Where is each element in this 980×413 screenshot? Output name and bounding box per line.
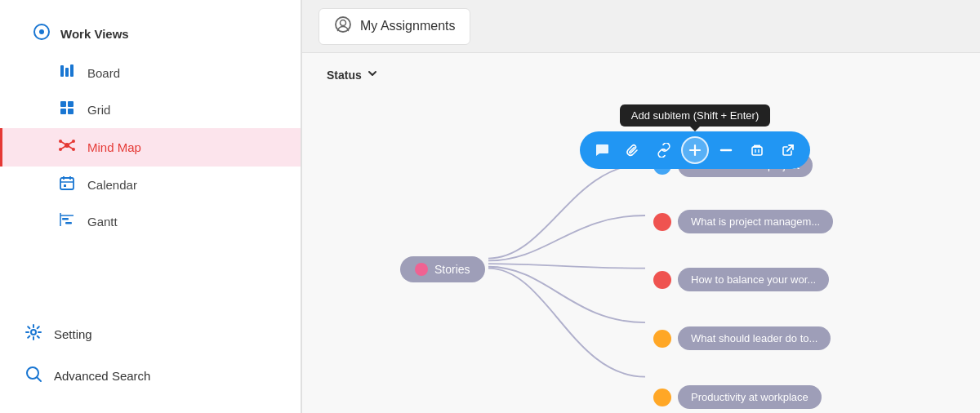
svg-rect-8 bbox=[68, 109, 74, 114]
delete-button[interactable] bbox=[743, 136, 771, 164]
calendar-icon bbox=[58, 175, 76, 195]
sidebar-bottom: Setting Advanced Search bbox=[0, 313, 301, 413]
branch-dot-2 bbox=[653, 271, 671, 289]
attachment-button[interactable] bbox=[619, 136, 647, 164]
svg-rect-7 bbox=[60, 109, 66, 114]
branch-node-3[interactable]: What should leader do to... bbox=[653, 326, 831, 350]
svg-rect-2 bbox=[60, 65, 64, 77]
stories-node[interactable]: Stories bbox=[400, 256, 485, 282]
status-button[interactable]: Status bbox=[318, 63, 386, 87]
my-assignments-label: My Assignments bbox=[360, 19, 455, 33]
header: My Assignments bbox=[302, 0, 980, 53]
svg-rect-4 bbox=[70, 64, 74, 77]
sidebar-item-mind-map[interactable]: Mind Map bbox=[0, 128, 301, 167]
svg-rect-25 bbox=[65, 222, 72, 224]
sidebar: Work Views Board bbox=[0, 0, 302, 413]
svg-rect-18 bbox=[60, 178, 74, 189]
action-buttons-bar bbox=[580, 131, 810, 169]
branch-pill-3[interactable]: What should leader do to... bbox=[678, 326, 831, 350]
gantt-icon bbox=[58, 211, 76, 232]
main-content: My Assignments Status Add subitem (Shift… bbox=[302, 0, 980, 413]
svg-line-42 bbox=[787, 145, 793, 151]
center-node[interactable]: Stories bbox=[400, 256, 485, 282]
setting-icon bbox=[24, 323, 42, 345]
svg-rect-22 bbox=[64, 184, 66, 187]
link-button[interactable] bbox=[650, 136, 678, 164]
my-assignments-tab[interactable]: My Assignments bbox=[318, 8, 470, 45]
toolbar-area: Status bbox=[302, 53, 980, 96]
branch-pill-4[interactable]: Productivity at workplace bbox=[678, 385, 822, 409]
branch-dot-4 bbox=[653, 389, 671, 406]
branch-pill-2[interactable]: How to balance your wor... bbox=[678, 268, 829, 291]
branch-pill-1[interactable]: What is project managem... bbox=[678, 210, 833, 233]
grid-label: Grid bbox=[87, 103, 110, 117]
search-icon bbox=[24, 365, 42, 387]
branch-node-1[interactable]: What is project managem... bbox=[653, 210, 833, 233]
mindmap-area: Add subitem (Shift + Enter) bbox=[302, 96, 980, 413]
svg-line-29 bbox=[37, 377, 41, 381]
sidebar-item-calendar[interactable]: Calendar bbox=[0, 167, 301, 203]
board-label: Board bbox=[87, 66, 120, 80]
branch-node-2[interactable]: How to balance your wor... bbox=[653, 268, 829, 291]
add-subitem-button[interactable] bbox=[681, 136, 709, 164]
advanced-search-label: Advanced Search bbox=[54, 369, 150, 383]
mindmap-icon bbox=[58, 136, 76, 158]
svg-rect-3 bbox=[65, 68, 69, 77]
svg-rect-35 bbox=[752, 147, 762, 155]
svg-rect-6 bbox=[68, 101, 74, 107]
advanced-search-item[interactable]: Advanced Search bbox=[0, 355, 301, 397]
float-toolbar: Add subitem (Shift + Enter) bbox=[580, 104, 810, 169]
mindmap-label: Mind Map bbox=[87, 140, 141, 154]
branch-dot-3 bbox=[653, 330, 671, 348]
sidebar-item-gantt[interactable]: Gantt bbox=[0, 203, 301, 240]
branch-node-4[interactable]: Productivity at workplace bbox=[653, 385, 822, 409]
sidebar-item-board[interactable]: Board bbox=[0, 55, 301, 91]
collapse-button[interactable] bbox=[712, 136, 740, 164]
setting-item[interactable]: Setting bbox=[0, 313, 301, 355]
svg-point-1 bbox=[39, 29, 44, 34]
comment-button[interactable] bbox=[588, 136, 616, 164]
setting-label: Setting bbox=[54, 327, 92, 341]
nav-items-list: Board Grid bbox=[0, 55, 301, 240]
work-views-section: Work Views bbox=[0, 16, 301, 51]
status-label: Status bbox=[327, 69, 362, 82]
grid-icon bbox=[58, 100, 76, 120]
branch-dot-1 bbox=[653, 213, 671, 231]
stories-dot bbox=[415, 263, 428, 276]
stories-label: Stories bbox=[434, 263, 470, 276]
sidebar-item-grid[interactable]: Grid bbox=[0, 91, 301, 128]
gantt-label: Gantt bbox=[87, 215, 118, 229]
board-icon bbox=[58, 63, 76, 83]
svg-point-27 bbox=[31, 330, 36, 335]
svg-rect-24 bbox=[62, 218, 69, 220]
open-button[interactable] bbox=[774, 136, 802, 164]
calendar-label: Calendar bbox=[87, 178, 137, 192]
tooltip: Add subitem (Shift + Enter) bbox=[620, 104, 770, 127]
work-views-label: Work Views bbox=[60, 27, 129, 41]
work-views-icon bbox=[33, 23, 51, 45]
svg-point-31 bbox=[341, 20, 346, 25]
chevron-down-icon bbox=[367, 68, 378, 82]
user-circle-icon bbox=[334, 16, 352, 38]
svg-rect-5 bbox=[60, 101, 66, 107]
